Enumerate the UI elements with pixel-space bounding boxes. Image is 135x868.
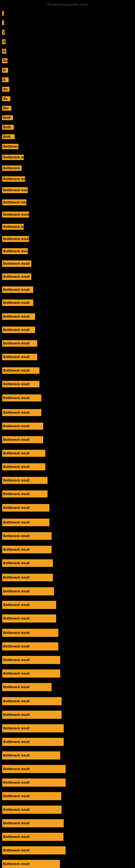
bar-18: Bottleneck result [2,187,28,193]
bar-61: Bottleneck result [2,765,65,773]
bar-62: Bottleneck result [2,778,65,786]
bar-10: Bot [2,106,11,111]
bar-58: Bottleneck result [2,724,64,733]
bar-container-15: Bottleneck res [2,155,24,160]
bar-container-6: B [2,68,8,73]
bar-50: Bottleneck result [2,614,56,622]
bar-29: Bottleneck result [2,327,35,333]
site-title: TheBottlenecker.com [47,2,88,7]
bar-1 [2,20,4,25]
bar-45: Bottleneck result [2,546,52,553]
bar-51: Bottleneck result [2,629,58,637]
bar-12: Bottl [2,125,14,130]
bar-container-40: Bottleneck result [2,477,48,484]
bar-46: Bottleneck result [2,559,53,567]
bar-container-58: Bottleneck result [2,724,64,733]
bar-container-9: Bo [2,96,10,101]
bar-42: Bottleneck result [2,504,49,512]
bar-4: B [2,49,6,54]
bar-container-44: Bottleneck result [2,532,52,540]
bar-container-66: Bottleneck result [2,833,63,841]
bar-56: Bottleneck result [2,697,61,705]
bar-57: Bottleneck result [2,711,61,719]
bar-container-27: Bottleneck result [2,300,33,306]
bar-container-53: Bottleneck result [2,656,60,664]
bar-container-50: Bottleneck result [2,614,56,622]
bar-container-45: Bottleneck result [2,546,52,553]
bar-37: Bottleneck result [2,436,43,443]
bar-container-11: Bottl [2,115,13,120]
bar-64: Bottleneck result [2,806,61,814]
bar-14: Bottlenec [2,144,18,149]
bar-container-32: Bottleneck result [2,367,39,374]
bar-container-19: Bottleneck resu [2,199,27,205]
bar-container-33: Bottleneck result [2,381,39,388]
bar-container-49: Bottleneck result [2,601,56,609]
bar-container-23: Bottleneck resu [2,248,28,254]
bar-container-7: B [2,77,9,82]
bar-27: Bottleneck result [2,300,33,306]
bar-32: Bottleneck result [2,367,39,374]
bar-9: Bo [2,96,10,101]
bar-container-1 [2,20,4,25]
bar-55: Bottleneck result [2,683,52,691]
bar-container-54: Bottleneck result [2,670,60,678]
bar-container-12: Bottl [2,125,14,130]
bar-container-3: B [2,39,6,44]
bar-container-55: Bottleneck result [2,683,52,691]
bar-container-13: Bottl [2,134,14,139]
bar-3: B [2,39,6,44]
bar-container-5: Bo [2,58,8,63]
bar-2: E [2,30,5,35]
bar-35: Bottleneck result [2,409,41,416]
bar-8: Bo [2,87,9,92]
bar-container-2: E [2,30,5,35]
bar-40: Bottleneck result [2,477,48,484]
bar-16: Bottleneck [2,165,21,171]
bar-23: Bottleneck resu [2,248,28,254]
bar-container-29: Bottleneck result [2,327,35,333]
bar-54: Bottleneck result [2,670,60,678]
bar-container-67: Bottleneck result [2,846,65,855]
bar-container-4: B [2,49,6,54]
bar-container-31: Bottleneck result [2,354,37,360]
bar-19: Bottleneck resu [2,199,27,205]
bar-container-17: Bottleneck resu [2,176,25,182]
bar-0 [2,11,4,16]
bar-container-48: Bottleneck result [2,587,54,595]
bar-container-26: Bottleneck result [2,286,33,293]
bar-container-0 [2,11,4,16]
bar-container-39: Bottleneck result [2,463,45,470]
bar-container-34: Bottleneck result [2,394,41,401]
bar-53: Bottleneck result [2,656,60,664]
bar-container-8: Bo [2,87,9,92]
bar-container-46: Bottleneck result [2,559,53,567]
bar-container-36: Bottleneck result [2,423,43,430]
bar-44: Bottleneck result [2,532,52,540]
bar-container-25: Bottleneck result [2,273,31,280]
bar-21: Bottleneck re [2,224,24,230]
bar-container-59: Bottleneck result [2,738,64,746]
bar-container-35: Bottleneck result [2,409,41,416]
bar-container-41: Bottleneck result [2,490,48,497]
bar-container-28: Bottleneck result [2,313,35,320]
bar-container-62: Bottleneck result [2,778,65,786]
bar-60: Bottleneck result [2,751,60,760]
bar-24: Bottleneck result [2,260,31,267]
bar-container-22: Bottleneck result [2,236,29,242]
bar-65: Bottleneck result [2,819,64,827]
bar-66: Bottleneck result [2,833,63,841]
bar-container-21: Bottleneck re [2,224,24,230]
bar-container-37: Bottleneck result [2,436,43,443]
bar-container-43: Bottleneck result [2,519,49,526]
bar-41: Bottleneck result [2,490,48,497]
bar-container-10: Bot [2,106,11,111]
bar-container-63: Bottleneck result [2,792,61,800]
bar-17: Bottleneck resu [2,176,25,182]
bar-22: Bottleneck result [2,236,29,242]
bar-container-30: Bottleneck result [2,340,37,347]
bar-container-60: Bottleneck result [2,751,60,760]
bar-49: Bottleneck result [2,601,56,609]
bar-20: Bottleneck result [2,212,29,218]
bar-15: Bottleneck res [2,155,24,160]
